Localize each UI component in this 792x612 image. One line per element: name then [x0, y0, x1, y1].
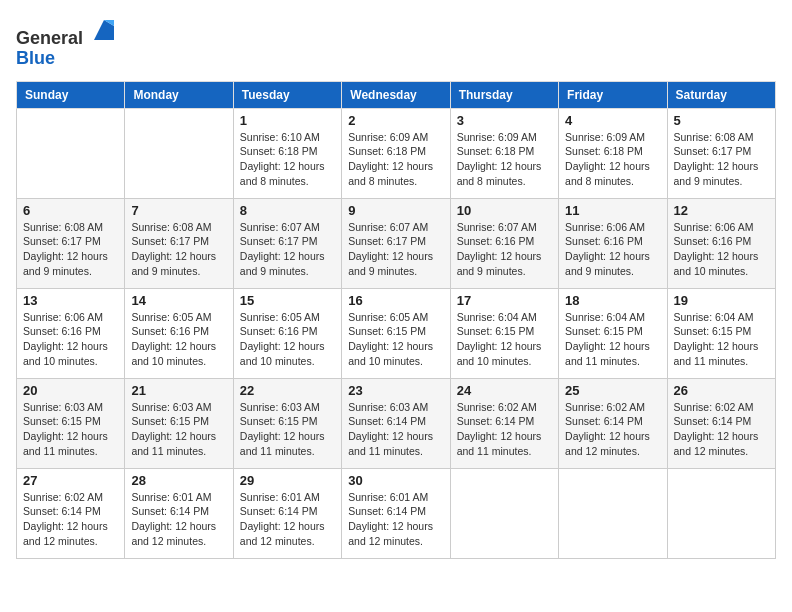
- day-number: 18: [565, 293, 660, 308]
- day-number: 7: [131, 203, 226, 218]
- day-info: Sunrise: 6:02 AMSunset: 6:14 PMDaylight:…: [23, 490, 118, 549]
- day-info: Sunrise: 6:07 AMSunset: 6:16 PMDaylight:…: [457, 220, 552, 279]
- day-number: 4: [565, 113, 660, 128]
- day-info: Sunrise: 6:04 AMSunset: 6:15 PMDaylight:…: [457, 310, 552, 369]
- logo-blue-text: Blue: [16, 48, 55, 68]
- calendar-cell: 3Sunrise: 6:09 AMSunset: 6:18 PMDaylight…: [450, 108, 558, 198]
- logo-icon: [90, 16, 118, 44]
- day-number: 25: [565, 383, 660, 398]
- day-number: 6: [23, 203, 118, 218]
- calendar-cell: 20Sunrise: 6:03 AMSunset: 6:15 PMDayligh…: [17, 378, 125, 468]
- calendar-cell: [17, 108, 125, 198]
- day-number: 10: [457, 203, 552, 218]
- day-number: 28: [131, 473, 226, 488]
- day-info: Sunrise: 6:07 AMSunset: 6:17 PMDaylight:…: [240, 220, 335, 279]
- calendar-cell: 26Sunrise: 6:02 AMSunset: 6:14 PMDayligh…: [667, 378, 775, 468]
- day-number: 22: [240, 383, 335, 398]
- day-info: Sunrise: 6:06 AMSunset: 6:16 PMDaylight:…: [23, 310, 118, 369]
- day-info: Sunrise: 6:02 AMSunset: 6:14 PMDaylight:…: [565, 400, 660, 459]
- day-info: Sunrise: 6:04 AMSunset: 6:15 PMDaylight:…: [674, 310, 769, 369]
- day-number: 29: [240, 473, 335, 488]
- day-number: 19: [674, 293, 769, 308]
- day-of-week-header: Saturday: [667, 81, 775, 108]
- day-of-week-header: Wednesday: [342, 81, 450, 108]
- calendar-body: 1Sunrise: 6:10 AMSunset: 6:18 PMDaylight…: [17, 108, 776, 558]
- day-info: Sunrise: 6:05 AMSunset: 6:16 PMDaylight:…: [131, 310, 226, 369]
- day-number: 8: [240, 203, 335, 218]
- calendar-cell: 23Sunrise: 6:03 AMSunset: 6:14 PMDayligh…: [342, 378, 450, 468]
- calendar-cell: [125, 108, 233, 198]
- day-info: Sunrise: 6:03 AMSunset: 6:15 PMDaylight:…: [240, 400, 335, 459]
- calendar-cell: 4Sunrise: 6:09 AMSunset: 6:18 PMDaylight…: [559, 108, 667, 198]
- day-info: Sunrise: 6:05 AMSunset: 6:15 PMDaylight:…: [348, 310, 443, 369]
- calendar-week-row: 1Sunrise: 6:10 AMSunset: 6:18 PMDaylight…: [17, 108, 776, 198]
- logo: General Blue: [16, 16, 118, 69]
- day-of-week-header: Monday: [125, 81, 233, 108]
- logo-general-text: General: [16, 28, 83, 48]
- calendar-week-row: 6Sunrise: 6:08 AMSunset: 6:17 PMDaylight…: [17, 198, 776, 288]
- day-number: 2: [348, 113, 443, 128]
- calendar-cell: 11Sunrise: 6:06 AMSunset: 6:16 PMDayligh…: [559, 198, 667, 288]
- day-info: Sunrise: 6:02 AMSunset: 6:14 PMDaylight:…: [674, 400, 769, 459]
- day-info: Sunrise: 6:02 AMSunset: 6:14 PMDaylight:…: [457, 400, 552, 459]
- calendar-week-row: 13Sunrise: 6:06 AMSunset: 6:16 PMDayligh…: [17, 288, 776, 378]
- day-number: 30: [348, 473, 443, 488]
- calendar-cell: 30Sunrise: 6:01 AMSunset: 6:14 PMDayligh…: [342, 468, 450, 558]
- calendar-cell: 16Sunrise: 6:05 AMSunset: 6:15 PMDayligh…: [342, 288, 450, 378]
- day-info: Sunrise: 6:08 AMSunset: 6:17 PMDaylight:…: [23, 220, 118, 279]
- calendar-cell: 25Sunrise: 6:02 AMSunset: 6:14 PMDayligh…: [559, 378, 667, 468]
- calendar-cell: 21Sunrise: 6:03 AMSunset: 6:15 PMDayligh…: [125, 378, 233, 468]
- day-number: 21: [131, 383, 226, 398]
- header: General Blue: [16, 16, 776, 69]
- day-info: Sunrise: 6:01 AMSunset: 6:14 PMDaylight:…: [131, 490, 226, 549]
- day-number: 9: [348, 203, 443, 218]
- day-info: Sunrise: 6:06 AMSunset: 6:16 PMDaylight:…: [674, 220, 769, 279]
- day-info: Sunrise: 6:09 AMSunset: 6:18 PMDaylight:…: [348, 130, 443, 189]
- day-number: 23: [348, 383, 443, 398]
- day-info: Sunrise: 6:04 AMSunset: 6:15 PMDaylight:…: [565, 310, 660, 369]
- calendar-cell: 14Sunrise: 6:05 AMSunset: 6:16 PMDayligh…: [125, 288, 233, 378]
- day-of-week-header: Thursday: [450, 81, 558, 108]
- calendar-header-row: SundayMondayTuesdayWednesdayThursdayFrid…: [17, 81, 776, 108]
- calendar-cell: 18Sunrise: 6:04 AMSunset: 6:15 PMDayligh…: [559, 288, 667, 378]
- day-info: Sunrise: 6:08 AMSunset: 6:17 PMDaylight:…: [131, 220, 226, 279]
- day-number: 11: [565, 203, 660, 218]
- calendar-cell: 7Sunrise: 6:08 AMSunset: 6:17 PMDaylight…: [125, 198, 233, 288]
- day-info: Sunrise: 6:03 AMSunset: 6:14 PMDaylight:…: [348, 400, 443, 459]
- day-number: 13: [23, 293, 118, 308]
- calendar-week-row: 27Sunrise: 6:02 AMSunset: 6:14 PMDayligh…: [17, 468, 776, 558]
- day-info: Sunrise: 6:01 AMSunset: 6:14 PMDaylight:…: [240, 490, 335, 549]
- day-number: 27: [23, 473, 118, 488]
- day-info: Sunrise: 6:03 AMSunset: 6:15 PMDaylight:…: [131, 400, 226, 459]
- calendar-cell: [450, 468, 558, 558]
- calendar-week-row: 20Sunrise: 6:03 AMSunset: 6:15 PMDayligh…: [17, 378, 776, 468]
- calendar-cell: 28Sunrise: 6:01 AMSunset: 6:14 PMDayligh…: [125, 468, 233, 558]
- day-number: 5: [674, 113, 769, 128]
- day-of-week-header: Friday: [559, 81, 667, 108]
- day-number: 24: [457, 383, 552, 398]
- day-number: 3: [457, 113, 552, 128]
- day-number: 1: [240, 113, 335, 128]
- day-info: Sunrise: 6:01 AMSunset: 6:14 PMDaylight:…: [348, 490, 443, 549]
- day-info: Sunrise: 6:05 AMSunset: 6:16 PMDaylight:…: [240, 310, 335, 369]
- day-info: Sunrise: 6:06 AMSunset: 6:16 PMDaylight:…: [565, 220, 660, 279]
- day-info: Sunrise: 6:03 AMSunset: 6:15 PMDaylight:…: [23, 400, 118, 459]
- calendar-cell: 9Sunrise: 6:07 AMSunset: 6:17 PMDaylight…: [342, 198, 450, 288]
- calendar-cell: 19Sunrise: 6:04 AMSunset: 6:15 PMDayligh…: [667, 288, 775, 378]
- calendar-cell: 17Sunrise: 6:04 AMSunset: 6:15 PMDayligh…: [450, 288, 558, 378]
- calendar-cell: 24Sunrise: 6:02 AMSunset: 6:14 PMDayligh…: [450, 378, 558, 468]
- calendar-cell: 6Sunrise: 6:08 AMSunset: 6:17 PMDaylight…: [17, 198, 125, 288]
- day-of-week-header: Tuesday: [233, 81, 341, 108]
- calendar-cell: 5Sunrise: 6:08 AMSunset: 6:17 PMDaylight…: [667, 108, 775, 198]
- calendar-cell: 15Sunrise: 6:05 AMSunset: 6:16 PMDayligh…: [233, 288, 341, 378]
- calendar-cell: 8Sunrise: 6:07 AMSunset: 6:17 PMDaylight…: [233, 198, 341, 288]
- day-info: Sunrise: 6:07 AMSunset: 6:17 PMDaylight:…: [348, 220, 443, 279]
- calendar-cell: 27Sunrise: 6:02 AMSunset: 6:14 PMDayligh…: [17, 468, 125, 558]
- day-number: 20: [23, 383, 118, 398]
- day-number: 26: [674, 383, 769, 398]
- calendar: SundayMondayTuesdayWednesdayThursdayFrid…: [16, 81, 776, 559]
- day-number: 12: [674, 203, 769, 218]
- calendar-cell: 29Sunrise: 6:01 AMSunset: 6:14 PMDayligh…: [233, 468, 341, 558]
- calendar-cell: [667, 468, 775, 558]
- day-of-week-header: Sunday: [17, 81, 125, 108]
